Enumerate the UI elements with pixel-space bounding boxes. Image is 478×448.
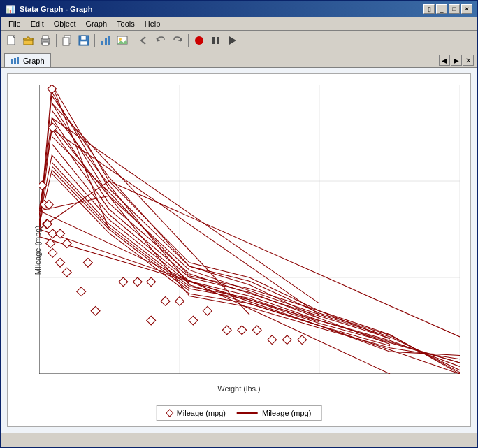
title-bar-text: 📊 Stata Graph - Graph [6, 5, 93, 14]
open-button[interactable] [21, 33, 36, 48]
svg-rect-6 [63, 38, 69, 45]
title-bar: 📊 Stata Graph - Graph ▯ _ □ ✕ [1, 1, 477, 17]
svg-rect-9 [80, 41, 87, 45]
title-bar-controls: ▯ _ □ ✕ [423, 4, 472, 14]
legend-line-icon [237, 412, 258, 414]
maximize-button[interactable]: □ [449, 4, 460, 14]
svg-rect-16 [212, 37, 215, 44]
tab-nav: ◀ ▶ ✕ [439, 55, 474, 67]
play-button[interactable] [225, 33, 240, 48]
chart-button[interactable] [98, 33, 113, 48]
separator-1 [56, 34, 57, 47]
save-button[interactable] [76, 33, 92, 48]
legend-diamond-icon [166, 409, 173, 417]
restore-button[interactable]: ▯ [423, 4, 435, 14]
menu-bar: File Edit Object Graph Tools Help [1, 17, 477, 31]
new-button[interactable] [4, 33, 20, 48]
scatter-plot: 40 30 20 10 2,000 3,000 4,000 5,000 [39, 85, 460, 374]
svg-rect-17 [217, 37, 219, 44]
menu-tools[interactable]: Tools [113, 19, 139, 29]
svg-marker-18 [229, 36, 236, 45]
svg-rect-3 [43, 36, 48, 39]
svg-rect-4 [43, 42, 48, 45]
app-icon: 📊 [6, 5, 15, 14]
redo-button[interactable] [170, 33, 185, 48]
copy-button[interactable] [59, 33, 75, 48]
separator-3 [133, 34, 133, 47]
separator-4 [188, 34, 189, 47]
menu-graph[interactable]: Graph [82, 19, 112, 29]
svg-rect-11 [105, 38, 107, 45]
image-button[interactable] [115, 33, 130, 48]
svg-point-14 [119, 38, 122, 41]
graph-content-area: Mileage (mpg) [1, 68, 477, 433]
toolbar [1, 31, 477, 50]
legend-item-line: Mileage (mpg) [237, 409, 311, 417]
graph-tab-icon [10, 56, 20, 66]
tab-nav-prev[interactable]: ◀ [439, 55, 450, 66]
x-axis-label: Weight (lbs.) [8, 384, 470, 393]
window-title: Stata Graph - Graph [20, 5, 93, 13]
minimize-button[interactable]: _ [436, 4, 447, 14]
tab-graph[interactable]: Graph [4, 53, 51, 67]
svg-rect-21 [17, 57, 19, 64]
legend-line-label: Mileage (mpg) [262, 409, 311, 417]
tab-graph-label: Graph [23, 57, 45, 65]
pause-button[interactable] [208, 33, 224, 48]
svg-rect-12 [108, 36, 110, 45]
svg-rect-10 [101, 41, 103, 45]
close-button[interactable]: ✕ [461, 4, 472, 14]
menu-edit[interactable]: Edit [27, 19, 48, 29]
status-bar [1, 433, 477, 447]
legend-scatter-label: Mileage (mpg) [177, 409, 226, 417]
legend-item-scatter: Mileage (mpg) [167, 409, 226, 417]
record-button[interactable] [191, 33, 207, 48]
back-button[interactable] [136, 33, 152, 48]
tab-nav-close[interactable]: ✕ [463, 55, 474, 66]
legend: Mileage (mpg) Mileage (mpg) [157, 405, 322, 421]
menu-file[interactable]: File [4, 19, 25, 29]
tab-nav-next[interactable]: ▶ [451, 55, 462, 66]
menu-object[interactable]: Object [50, 19, 80, 29]
print-button[interactable] [38, 33, 53, 48]
menu-help[interactable]: Help [140, 19, 165, 29]
svg-rect-20 [14, 58, 16, 64]
y-axis-label: Mileage (mpg) [34, 226, 42, 275]
undo-button[interactable] [153, 33, 168, 48]
svg-rect-22 [39, 85, 460, 374]
svg-rect-8 [81, 36, 86, 40]
svg-point-15 [195, 36, 203, 45]
separator-2 [94, 34, 95, 47]
tab-bar: Graph ◀ ▶ ✕ [1, 50, 477, 68]
svg-rect-19 [11, 59, 13, 64]
graph-panel: Mileage (mpg) [7, 73, 471, 427]
